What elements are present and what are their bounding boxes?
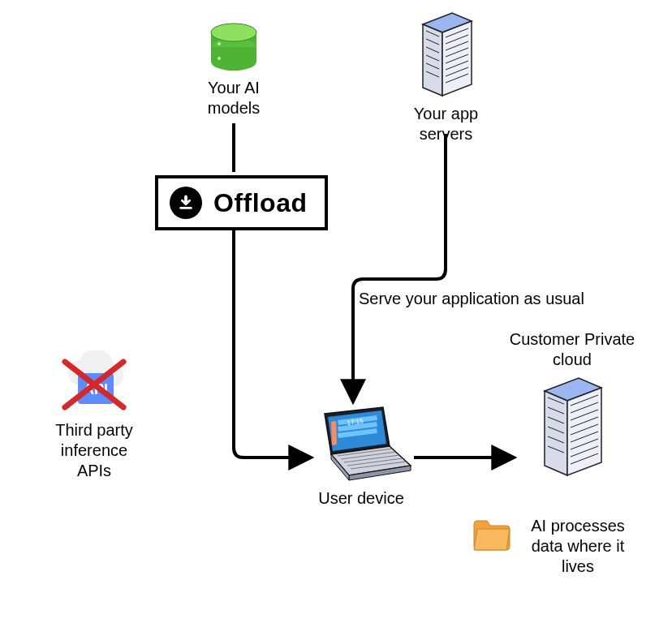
- arrow-offload-to-device: [234, 230, 310, 458]
- node-ai-models: Your AI models: [201, 23, 266, 118]
- node-customer-cloud: Customer Private cloud: [503, 324, 641, 480]
- label-app-servers: Your app servers: [414, 104, 478, 144]
- svg-rect-6: [184, 196, 187, 203]
- download-arrow-icon: [170, 187, 202, 219]
- svg-point-4: [218, 42, 221, 45]
- offload-label: Offload: [213, 188, 307, 218]
- database-icon: [208, 23, 260, 73]
- annotation-serve: Serve your application as usual: [359, 289, 618, 309]
- label-customer-cloud: Customer Private cloud: [510, 329, 635, 370]
- svg-marker-33: [331, 421, 337, 445]
- laptop-icon: 17:15: [308, 406, 414, 483]
- svg-point-5: [218, 57, 221, 60]
- label-ai-models: Your AI models: [208, 78, 260, 118]
- cloud-api-crossed-icon: API: [55, 350, 133, 415]
- label-third-party: Third party inference APIs: [55, 420, 133, 481]
- server-icon: [415, 10, 478, 99]
- diagram-canvas: Your AI models Offload: [0, 0, 672, 623]
- arrow-servers-to-device: [353, 134, 446, 401]
- label-user-device: User device: [318, 488, 404, 509]
- node-app-servers: Your app servers: [407, 10, 485, 144]
- svg-marker-8: [423, 24, 442, 96]
- node-user-device: 17:15 User device: [308, 406, 414, 509]
- folder-icon: [471, 516, 513, 552]
- annotation-processes: AI processes data where it lives: [521, 516, 635, 577]
- offload-box: Offload: [155, 175, 328, 230]
- svg-marker-45: [567, 388, 601, 475]
- server-icon-2: [535, 375, 610, 480]
- node-third-party: API Third party inference APIs: [45, 350, 143, 481]
- node-processes: AI processes data where it lives: [471, 516, 666, 577]
